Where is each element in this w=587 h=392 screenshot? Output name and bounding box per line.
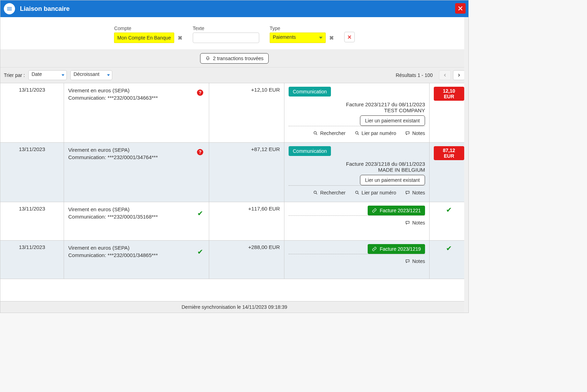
page-title: Liaison bancaire (20, 5, 70, 13)
sync-status-footer: Dernière synchronisation le 14/11/2023 0… (0, 301, 468, 313)
transaction-amount: +117,60 EUR (209, 202, 284, 240)
transaction-amount: +288,00 EUR (209, 241, 284, 279)
linked-invoice-button[interactable]: Facture 2023/1221 (368, 206, 425, 215)
notes-action[interactable]: Notes (405, 258, 425, 264)
company-name: TEST COMPANY (289, 107, 425, 113)
close-button[interactable] (455, 3, 466, 14)
search-icon (313, 190, 318, 195)
sort-bar: Trier par : Date Décroissant Résultats 1… (0, 67, 468, 83)
close-icon (457, 5, 464, 12)
notes-action[interactable]: Notes (405, 190, 425, 195)
transaction-date: 13/11/2023 (0, 83, 64, 142)
reset-filters-button[interactable] (344, 32, 355, 42)
unmatched-icon: ? (197, 90, 203, 96)
transaction-status: ✔ (430, 241, 468, 279)
sort-label: Trier par : (4, 72, 25, 78)
transaction-list: 13/11/2023 Virement en euros (SEPA) Comm… (0, 83, 468, 301)
invoice-reference: Facture 2023/1217 du 08/11/2023 (289, 101, 425, 107)
chat-icon (405, 220, 410, 225)
communication-badge[interactable]: Communication (289, 87, 331, 97)
matched-icon: ✔ (197, 247, 203, 257)
transactions-found-text: 2 transactions trouvées (213, 56, 264, 61)
prev-page-button[interactable] (439, 70, 451, 80)
transaction-status: 12,10 EUR (430, 83, 468, 142)
link-by-number-action[interactable]: Lier par numéro (355, 190, 396, 195)
search-action[interactable]: Rechercher (313, 190, 345, 195)
svg-point-0 (314, 131, 317, 134)
transaction-status: ✔ (430, 202, 468, 240)
link-icon (372, 208, 377, 213)
hamburger-icon (6, 6, 13, 12)
chat-icon (405, 259, 410, 264)
app-header: Liaison bancaire (0, 0, 468, 17)
filter-compte-input[interactable]: Mon Compte En Banque (114, 33, 174, 43)
transaction-amount: +87,12 EUR (209, 143, 284, 202)
filter-type-select[interactable]: Paiements (270, 33, 326, 43)
unmatched-icon: ? (197, 149, 203, 155)
filter-texte-input[interactable] (193, 33, 259, 43)
transaction-date: 13/11/2023 (0, 143, 64, 202)
filter-compte-label: Compte (114, 26, 182, 31)
transactions-found-pill[interactable]: 2 transactions trouvées (200, 53, 269, 64)
transaction-actions: Facture 2023/1221 Notes (284, 202, 430, 240)
communication-badge[interactable]: Communication (289, 146, 331, 156)
invoice-reference: Facture 2023/1218 du 08/11/2023 (289, 161, 425, 167)
matched-check-icon: ✔ (446, 206, 452, 214)
link-existing-payment-button[interactable]: Lier un paiement existant (360, 115, 425, 126)
notes-action[interactable]: Notes (405, 130, 425, 136)
filter-texte-label: Texte (193, 26, 259, 31)
close-icon (347, 35, 352, 40)
search-icon (355, 131, 360, 136)
chat-icon (405, 190, 410, 195)
transaction-description: Virement en euros (SEPA) Communication: … (64, 83, 209, 142)
scrollbar[interactable] (464, 0, 468, 313)
transaction-actions: Communication Facture 2023/1218 du 08/11… (284, 143, 430, 202)
transaction-row: 13/11/2023 Virement en euros (SEPA) Comm… (0, 241, 468, 279)
unmatched-amount-badge: 12,10 EUR (434, 87, 464, 101)
clear-compte-icon[interactable]: ✖ (178, 35, 182, 41)
results-count: Résultats 1 - 100 (396, 72, 433, 78)
arrow-left-icon (443, 73, 447, 78)
svg-point-1 (355, 131, 358, 134)
link-existing-payment-button[interactable]: Lier un paiement existant (360, 175, 425, 185)
sort-field-select[interactable]: Date (28, 70, 67, 80)
matched-icon: ✔ (197, 208, 203, 218)
transaction-row: 13/11/2023 Virement en euros (SEPA) Comm… (0, 143, 468, 202)
bell-icon (205, 56, 210, 61)
transaction-actions: Facture 2023/1219 Notes (284, 241, 430, 279)
link-icon (372, 247, 377, 251)
search-action[interactable]: Rechercher (313, 130, 345, 136)
arrow-right-icon (457, 73, 461, 78)
unmatched-amount-badge: 87,12 EUR (434, 146, 464, 160)
search-icon (313, 131, 318, 136)
chat-icon (405, 131, 410, 136)
svg-point-2 (314, 191, 317, 193)
transaction-row: 13/11/2023 Virement en euros (SEPA) Comm… (0, 83, 468, 143)
company-name: MADE IN BELGIUM (289, 167, 425, 173)
filter-bar: Compte Mon Compte En Banque ✖ Texte Type… (0, 17, 468, 50)
notes-action[interactable]: Notes (405, 220, 425, 226)
transaction-row: 13/11/2023 Virement en euros (SEPA) Comm… (0, 202, 468, 241)
search-icon (355, 190, 360, 195)
svg-point-3 (355, 191, 358, 193)
linked-invoice-button[interactable]: Facture 2023/1219 (368, 244, 425, 254)
link-by-number-action[interactable]: Lier par numéro (355, 130, 396, 136)
transaction-date: 13/11/2023 (0, 241, 64, 279)
notice-bar: 2 transactions trouvées (0, 50, 468, 67)
menu-button[interactable] (4, 3, 15, 14)
sort-order-select[interactable]: Décroissant (70, 70, 112, 80)
transaction-status: 87,12 EUR (430, 143, 468, 202)
clear-type-icon[interactable]: ✖ (329, 35, 334, 41)
filter-type-label: Type (270, 26, 334, 31)
matched-check-icon: ✔ (446, 244, 452, 252)
transaction-description: Virement en euros (SEPA) Communication: … (64, 202, 209, 240)
next-page-button[interactable] (453, 70, 465, 80)
transaction-actions: Communication Facture 2023/1217 du 08/11… (284, 83, 430, 142)
transaction-description: Virement en euros (SEPA) Communication: … (64, 241, 209, 279)
transaction-date: 13/11/2023 (0, 202, 64, 240)
transaction-description: Virement en euros (SEPA) Communication: … (64, 143, 209, 202)
transaction-amount: +12,10 EUR (209, 83, 284, 142)
